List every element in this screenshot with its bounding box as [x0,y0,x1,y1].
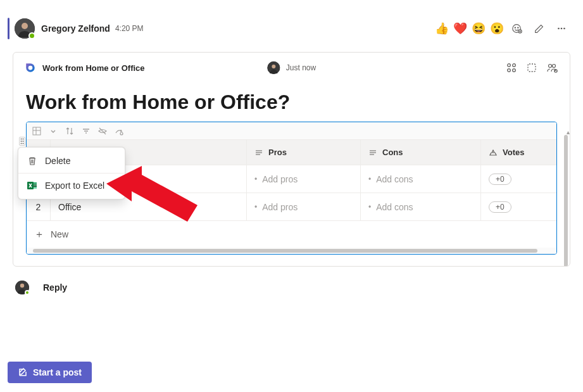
svg-point-4 [518,27,518,28]
votes-column-icon [489,148,498,157]
copy-component-icon[interactable] [525,61,538,74]
pros-cell[interactable]: •Add pros [247,165,361,193]
reaction-laugh[interactable]: 😆 [472,22,486,35]
rules-icon[interactable] [114,126,124,136]
card-timestamp: Just now [286,63,316,72]
menu-divider [18,173,125,174]
svg-point-6 [558,28,560,30]
presence-indicator [28,32,35,39]
table-toolbar [27,122,556,140]
start-post-button[interactable]: Start a post [8,362,92,383]
table-view-icon[interactable] [32,126,42,136]
add-reaction-icon[interactable] [508,20,526,37]
loop-icon [25,62,36,73]
menu-item-export-excel[interactable]: Export to Excel [18,175,125,196]
svg-point-25 [23,141,24,142]
more-options-icon[interactable] [553,20,570,37]
svg-point-23 [23,139,24,140]
header-actions: 👍 ❤️ 😆 😮 [435,20,570,37]
col-cons-header[interactable]: Cons [361,140,481,165]
vertical-scrollbar[interactable] [564,135,568,267]
edit-icon[interactable] [530,20,548,37]
cons-cell[interactable]: •Add cons [361,165,481,193]
svg-rect-31 [34,186,37,187]
sort-icon[interactable] [65,126,75,136]
svg-rect-20 [33,127,41,135]
svg-point-15 [513,69,516,72]
context-menu: Delete Export to Excel [18,147,125,199]
share-icon[interactable] [546,61,558,74]
reaction-heart[interactable]: ❤️ [453,22,467,35]
hide-icon[interactable] [97,126,108,136]
reaction-thumbs-up[interactable]: 👍 [435,22,449,35]
svg-point-26 [21,143,22,144]
drag-handle-icon[interactable] [19,137,25,146]
editor-avatar[interactable] [267,61,280,74]
svg-point-7 [561,28,563,30]
text-column-icon [254,148,263,157]
presence-indicator [25,290,30,295]
svg-rect-32 [34,187,37,189]
svg-point-35 [20,284,24,288]
cons-header-label: Cons [382,148,403,157]
horizontal-scrollbar[interactable] [27,248,556,254]
pros-header-label: Pros [268,148,287,157]
svg-rect-30 [34,184,37,186]
plus-icon: ＋ [34,228,44,241]
compose-icon [18,367,28,377]
reply-label: Reply [43,282,67,293]
header-accent-bar [8,18,9,39]
card-header-title[interactable]: Work from Home or Office [42,63,145,73]
trash-icon [27,156,37,166]
menu-item-delete[interactable]: Delete [18,150,125,172]
chevron-down-icon[interactable] [48,126,58,136]
svg-point-22 [21,139,22,140]
svg-point-24 [21,141,22,142]
author-avatar[interactable] [15,18,35,39]
reply-row[interactable]: Reply [0,272,583,298]
reaction-surprised[interactable]: 😮 [490,22,504,35]
votes-cell: +0 [481,193,556,220]
svg-point-11 [272,65,275,68]
export-label: Export to Excel [45,180,104,191]
svg-point-8 [563,28,565,30]
svg-rect-16 [528,64,536,72]
author-name[interactable]: Gregory Zelfond [41,23,110,34]
text-column-icon [368,148,377,157]
reply-avatar [15,281,29,294]
svg-point-12 [508,64,511,67]
svg-point-27 [23,143,24,144]
vote-button[interactable]: +0 [489,201,511,213]
svg-point-21 [120,132,123,135]
svg-point-9 [28,66,33,70]
svg-point-19 [554,69,558,73]
votes-cell: +0 [481,165,556,193]
message-header: Gregory Zelfond 4:20 PM 👍 ❤️ 😆 😮 [0,0,583,47]
scroll-up-arrow[interactable]: ▴ [567,129,570,136]
svg-rect-29 [34,182,37,184]
new-row-button[interactable]: ＋ New [27,221,556,248]
start-post-label: Start a post [33,367,82,377]
filter-icon[interactable] [81,126,91,136]
pros-cell[interactable]: •Add pros [247,193,361,220]
card-title[interactable]: Work from Home or Office? [26,91,557,114]
svg-point-17 [549,65,552,68]
votes-header-label: Votes [503,148,524,157]
svg-point-3 [515,27,515,28]
apps-icon[interactable] [505,61,518,74]
message-timestamp: 4:20 PM [115,24,144,33]
col-votes-header[interactable]: Votes [481,140,556,165]
cons-cell[interactable]: •Add cons [361,193,481,220]
vote-button[interactable]: +0 [489,174,511,185]
delete-label: Delete [45,156,70,166]
card-header: Work from Home or Office Just now [13,53,570,83]
svg-point-18 [553,65,556,68]
svg-point-13 [513,64,516,67]
svg-point-1 [22,23,28,29]
col-pros-header[interactable]: Pros [247,140,361,165]
excel-icon [27,180,37,191]
new-row-label: New [51,229,68,239]
svg-point-14 [508,69,511,72]
